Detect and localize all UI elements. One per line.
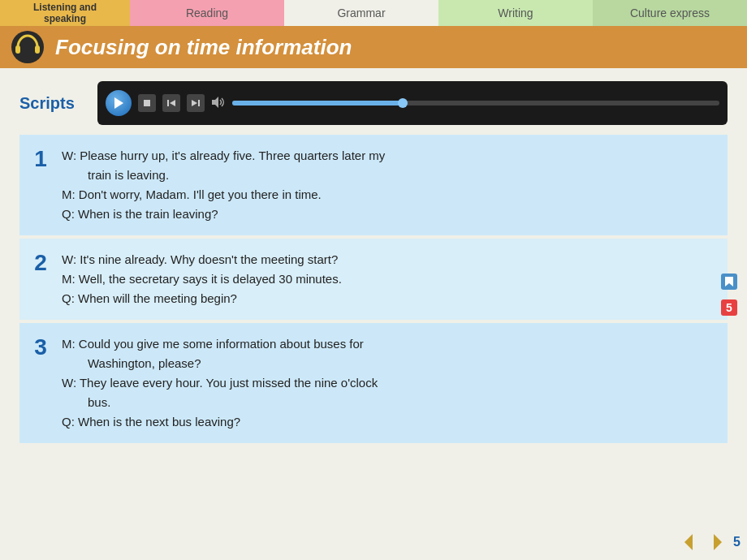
script-number-2: 2 [19,239,58,320]
script-indent-2: Washington, please? [88,354,201,373]
table-row: 1 W: Please hurry up, it's already five.… [19,135,728,235]
progress-dot [398,98,408,108]
svg-rect-2 [35,45,40,54]
svg-marker-9 [212,97,218,108]
script-indent: train is leaving. [88,166,169,185]
nav-grammar-label: Grammar [337,6,385,19]
side-icons: 5 [718,270,741,319]
nav-writing-label: Writing [498,6,533,19]
page-title: Focusing on time information [55,35,352,60]
prev-page-arrow[interactable] [678,531,701,554]
script-number-1: 1 [19,135,58,235]
stop-button[interactable] [138,94,156,112]
svg-marker-13 [684,534,693,550]
nav-reading-label: Reading [186,6,228,19]
svg-marker-3 [114,97,123,109]
svg-rect-4 [144,100,150,106]
headphones-icon [10,29,45,65]
nav-bar: Listening and speaking Reading Grammar W… [0,0,747,26]
script-number-3: 3 [19,323,58,443]
page-number: 5 [733,535,741,549]
play-button[interactable] [106,90,132,116]
nav-reading[interactable]: Reading [130,0,284,26]
progress-bar[interactable] [232,101,719,106]
svg-rect-6 [167,100,169,106]
main-content: Scripts [0,68,747,456]
table-row: 3 M: Could you give me some information … [19,323,728,443]
script-text-1: W: Please hurry up, it's already five. T… [58,135,728,235]
nav-writing[interactable]: Writing [438,0,593,26]
page-header: Focusing on time information [0,26,747,68]
scripts-label: Scripts [19,94,84,113]
scripts-table: 1 W: Please hurry up, it's already five.… [19,135,728,443]
progress-fill [232,101,403,106]
scripts-row: Scripts [19,81,728,125]
svg-text:5: 5 [726,301,732,314]
nav-listening[interactable]: Listening and speaking [0,0,130,26]
nav-culture[interactable]: Culture express [593,0,747,26]
script-indent-3: bus. [88,393,110,412]
nav-grammar[interactable]: Grammar [284,0,438,26]
svg-marker-7 [192,100,197,106]
svg-marker-5 [170,100,175,106]
next-button[interactable] [187,94,205,112]
bottom-nav: 5 [678,531,741,554]
svg-rect-8 [198,100,200,106]
svg-marker-14 [714,534,722,550]
script-text-3: M: Could you give me some information ab… [58,323,728,443]
svg-rect-1 [15,45,20,54]
script-text-2: W: It's nine already. Why doesn't the me… [58,239,728,320]
nav-listening-label2: speaking [44,13,86,24]
media-player [97,81,728,125]
table-row: 2 W: It's nine already. Why doesn't the … [19,239,728,320]
bookmark-icon[interactable] [718,270,741,293]
nav-culture-label: Culture express [630,6,710,19]
volume-icon[interactable] [211,96,226,110]
prev-button[interactable] [162,94,180,112]
next-page-arrow[interactable] [706,531,728,554]
nav-listening-label1: Listening and [33,2,97,13]
home-icon[interactable]: 5 [718,296,741,319]
